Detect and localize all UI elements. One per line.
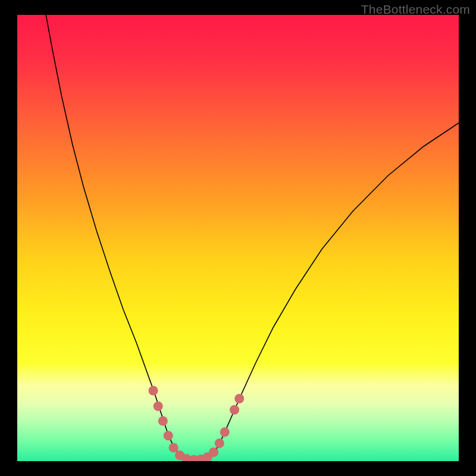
highlight-marker [158,416,168,426]
chart-frame: TheBottleneck.com [0,0,476,476]
highlight-marker [230,405,239,415]
highlight-marker [220,427,230,437]
chart-plot [17,15,459,461]
highlight-marker [215,439,224,448]
highlight-marker [169,443,178,453]
highlight-marker [209,447,218,457]
highlight-marker [164,431,173,440]
highlight-marker [154,402,163,411]
highlight-marker [149,386,158,396]
highlight-marker [234,394,244,403]
